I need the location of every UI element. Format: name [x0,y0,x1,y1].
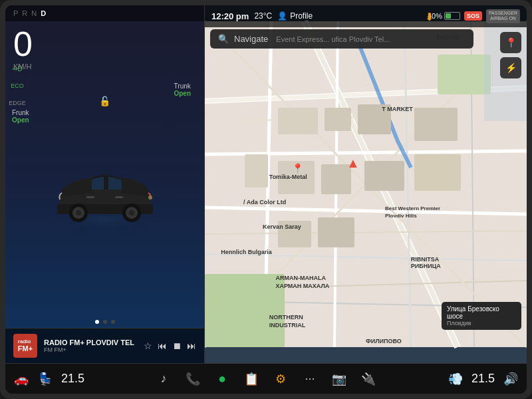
map-label-ribnitsa: RIBNITSAРИБНИЦА [411,256,441,269]
seat-icon[interactable]: 💺 [35,368,56,390]
status-time: 12:20 pm [211,11,249,21]
taskbar: 🚗 💺 21.5 ♪ 📞 ● 📋 ⚙ ··· 📷 🔌 💨 21.5 🔊 [5,363,527,394]
prnd-bar: P R N D [5,5,204,21]
status-right-icons: 40% SOS PASSENGER AIRBAG ON [428,9,520,23]
svg-rect-8 [86,196,94,198]
map-label-arman: ARMAN-MAHALAХАРМАН МАХАЛА [275,274,329,291]
map-label-filipovo: ФИЛИПОВО [366,338,402,344]
status-profile[interactable]: 👤 Profile [277,11,313,21]
profile-label: Profile [290,11,313,21]
music-title: RADIO FM+ PLOVDIV TEL [44,338,137,346]
prev-button[interactable]: ⏮ [158,340,167,351]
frunk-status: Open [12,116,29,124]
street-name: Улица Брезовско шосе [447,305,516,320]
svg-rect-9 [115,196,123,198]
map-label-hennlich: Hennlich Bulgaria [221,249,272,255]
car-visualization: Trunk Open Frunk Open 🔓 [5,76,204,316]
speed-unit: KM/H [13,63,196,70]
spotify-taskbar-icon[interactable]: ● [211,368,233,390]
map-label-bestwestern: Best Western PremierPlovdiv Hills [385,205,440,219]
svg-rect-38 [414,108,458,141]
map-label-tomika: Tomika-Metal [269,174,307,180]
sos-badge[interactable]: SOS [464,11,482,21]
trunk-label: Trunk Open [174,82,191,97]
frunk-label: Frunk Open [12,109,29,124]
volume-taskbar-icon[interactable]: 🔊 [500,368,521,390]
music-player[interactable]: radio FM+ RADIO FM+ PLOVDIV TEL FM FM+ ☆… [5,328,204,363]
search-suggestion: Event Express... ufica Plovdiv Tel... [276,35,390,43]
search-bar[interactable]: 🔍 Navigate Event Express... ufica Plovdi… [210,29,473,49]
favorite-button[interactable]: ☆ [144,340,152,351]
svg-rect-39 [245,154,268,188]
right-temp: 21.5 [471,372,495,386]
main-content: P R N D 0 KM/H ⇒D ECO EDGE [5,5,527,363]
svg-point-4 [76,210,81,215]
search-icon: 🔍 [218,34,229,44]
music-controls: ☆ ⏮ ⏹ ⏭ [144,340,196,351]
status-temp: 23°C [254,11,272,21]
stop-button[interactable]: ⏹ [172,340,182,351]
prnd-p: P [13,9,18,17]
download-icon[interactable]: ⬇ [425,11,434,23]
map-label-kervan: Kervan Saray [263,223,301,230]
svg-rect-41 [205,274,285,347]
lock-icon: 🔓 [99,96,110,106]
car-taskbar-icon[interactable]: 🚗 [11,368,32,390]
left-panel: P R N D 0 KM/H ⇒D ECO EDGE [5,5,205,363]
drive-mode-icon[interactable]: ⇒D [8,61,27,76]
svg-rect-30 [325,108,351,131]
airbag-badge: PASSENGER AIRBAG ON [486,9,520,23]
trunk-status: Open [174,90,191,97]
location-icon[interactable]: 📍 [500,32,521,53]
prnd-r: R [22,9,27,17]
speed-display: 0 KM/H [5,21,204,76]
svg-rect-36 [318,217,354,247]
more-taskbar-icon[interactable]: ··· [299,368,321,390]
right-topbar: 12:20 pm 23°C 👤 Profile 40% [205,5,527,27]
phone-taskbar-icon[interactable]: 📞 [182,368,203,390]
screen: P R N D 0 KM/H ⇒D ECO EDGE [5,5,527,394]
camera-taskbar-icon[interactable]: 📷 [329,368,350,390]
prnd-d: D [41,9,46,17]
car-image [39,150,172,243]
svg-rect-37 [414,154,461,191]
climate-right-taskbar-icon[interactable]: 💨 [445,368,466,390]
notes-taskbar-icon[interactable]: 📋 [241,368,262,390]
bezel: P R N D 0 KM/H ⇒D ECO EDGE [0,0,532,399]
taskbar-center: ♪ 📞 ● 📋 ⚙ ··· 📷 🔌 [153,368,379,390]
next-button[interactable]: ⏭ [187,340,196,351]
map-right-icons: 📍 ⚡ [500,32,521,78]
pagination-dots [5,316,204,328]
battery-fill [446,13,451,19]
svg-rect-40 [438,55,491,94]
energy-taskbar-icon[interactable]: ⚙ [270,368,291,390]
taskbar-left: 🚗 💺 21.5 [11,368,153,390]
media-taskbar-icon[interactable]: ♪ [153,368,174,390]
charge-taskbar-icon[interactable]: 🔌 [358,368,379,390]
map-panel: 12:20 pm 23°C 👤 Profile 40% [205,5,527,363]
music-subtitle: FM FM+ [44,346,137,353]
dot-3[interactable] [111,320,115,324]
speed-value: 0 [13,27,196,61]
map-label-northern: NORTHERNINDUSTRIAL [269,313,306,330]
dot-1[interactable] [95,320,99,324]
prnd-n: N [31,9,37,17]
street-city: Пловдив [447,320,516,327]
search-navigate-label: Navigate [234,34,268,44]
street-tooltip: Улица Брезовско шосе Пловдив [442,302,521,330]
dot-2[interactable] [103,320,107,324]
left-temp: 21.5 [61,372,84,386]
battery-bar [444,12,460,20]
svg-rect-29 [278,108,318,134]
svg-point-7 [129,210,134,215]
map-pin-destination: 📍 [292,163,303,174]
profile-icon: 👤 [277,11,287,21]
svg-rect-34 [364,161,404,191]
music-info: RADIO FM+ PLOVDIV TEL FM FM+ [44,338,137,353]
music-logo-text: FM+ [18,344,33,352]
music-logo-top: radio [18,339,33,344]
map-label-adacolor: / Ada Color Ltd [243,199,286,205]
map-label-tmarket: T MARKET [382,106,413,112]
charging-icon[interactable]: ⚡ [500,57,521,78]
car-svg [39,150,172,243]
